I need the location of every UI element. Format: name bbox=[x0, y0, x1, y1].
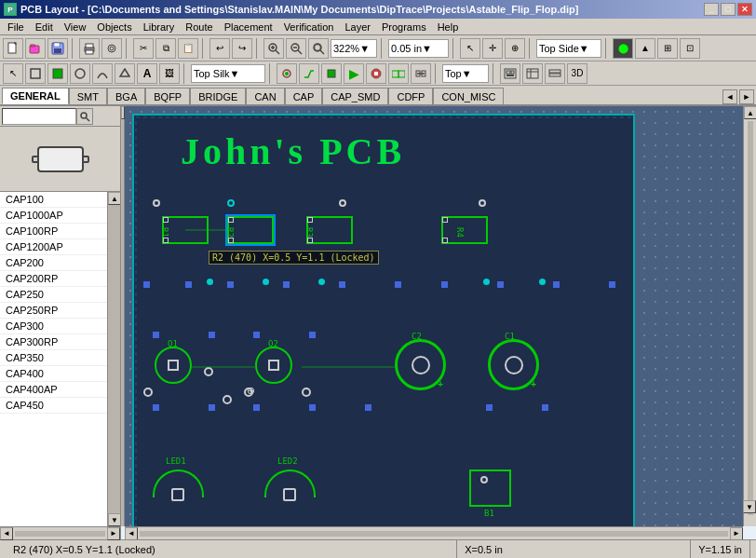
silk-layer-dropdown[interactable]: Top Silk▼ bbox=[191, 64, 265, 83]
print-preview-button[interactable] bbox=[101, 38, 122, 59]
hscroll-right[interactable]: ► bbox=[730, 527, 743, 540]
menu-view[interactable]: View bbox=[59, 20, 92, 34]
maximize-button[interactable]: □ bbox=[721, 3, 736, 16]
canvas-vscrollbar[interactable]: ▲ ▼ bbox=[743, 106, 756, 526]
scroll-up-button[interactable]: ▲ bbox=[108, 192, 120, 205]
tab-con-misc[interactable]: CON_MISC bbox=[433, 88, 504, 104]
list-item[interactable]: CAP400 bbox=[0, 366, 107, 382]
list-item[interactable]: CAP250 bbox=[0, 287, 107, 303]
minimize-button[interactable]: _ bbox=[704, 3, 719, 16]
tab-can[interactable]: CAN bbox=[246, 88, 284, 104]
hscroll-track[interactable] bbox=[140, 531, 728, 537]
save-button[interactable] bbox=[47, 38, 68, 59]
tab-bga[interactable]: BGA bbox=[107, 88, 145, 104]
list-item[interactable]: CAP300 bbox=[0, 319, 107, 334]
tab-bqfp[interactable]: BQFP bbox=[145, 88, 190, 104]
component-search-input[interactable] bbox=[2, 108, 76, 125]
3d-view[interactable]: 3D bbox=[567, 63, 587, 84]
menu-placement[interactable]: Placement bbox=[219, 20, 278, 34]
list-item[interactable]: CAP300RP bbox=[0, 334, 107, 350]
copy-button[interactable]: ⧉ bbox=[155, 38, 176, 59]
top-label-dropdown[interactable]: Top▼ bbox=[442, 64, 489, 83]
tab-general[interactable]: GENERAL bbox=[2, 88, 69, 104]
align-tool[interactable] bbox=[411, 63, 431, 84]
paste-button[interactable]: 📋 bbox=[178, 38, 198, 59]
list-item[interactable]: CAP400AP bbox=[0, 382, 107, 398]
tab-cdfp[interactable]: CDFP bbox=[388, 88, 433, 104]
arc-tool[interactable] bbox=[92, 63, 113, 84]
canvas-hscrollbar[interactable]: ◄ ► bbox=[125, 526, 743, 539]
layer-extra-button[interactable]: ⊡ bbox=[680, 38, 700, 59]
zoom-area-button[interactable] bbox=[308, 38, 329, 59]
route-tool[interactable] bbox=[299, 63, 319, 84]
via-tool[interactable] bbox=[277, 63, 297, 84]
undo-button[interactable]: ↩ bbox=[209, 38, 230, 59]
menu-programs[interactable]: Programs bbox=[376, 20, 432, 34]
component-list-hscrollbar[interactable]: ◄ ► bbox=[0, 526, 120, 539]
print-button[interactable] bbox=[79, 38, 100, 59]
filled-rect-tool[interactable] bbox=[47, 63, 68, 84]
tab-scroll-right[interactable]: ► bbox=[739, 89, 754, 104]
scroll-down-button[interactable]: ▼ bbox=[108, 513, 120, 526]
poly-tool[interactable] bbox=[115, 63, 135, 84]
text-tool[interactable]: A bbox=[137, 63, 157, 84]
redo-button[interactable]: ↪ bbox=[232, 38, 252, 59]
menu-library[interactable]: Library bbox=[138, 20, 181, 34]
list-item[interactable]: CAP200RP bbox=[0, 271, 107, 287]
move-tool[interactable]: ⊕ bbox=[505, 38, 525, 59]
circle-tool[interactable] bbox=[70, 63, 90, 84]
menu-edit[interactable]: Edit bbox=[30, 20, 59, 34]
menu-objects[interactable]: Objects bbox=[91, 20, 137, 34]
pcb-canvas[interactable]: John's PCB R1 bbox=[121, 106, 756, 539]
list-item[interactable]: CAP100 bbox=[0, 192, 107, 208]
zoom-out-button[interactable] bbox=[286, 38, 306, 59]
layer-manager[interactable] bbox=[545, 63, 565, 84]
stop-route[interactable] bbox=[366, 63, 386, 84]
layer-color-button[interactable]: ⬤ bbox=[613, 38, 633, 59]
search-button[interactable] bbox=[76, 108, 93, 125]
zoom-in-button[interactable] bbox=[263, 38, 284, 59]
hscroll-right-button[interactable]: ► bbox=[107, 527, 120, 540]
layer-side-dropdown[interactable]: Top Side▼ bbox=[536, 39, 601, 58]
menu-file[interactable]: File bbox=[2, 20, 30, 34]
open-button[interactable] bbox=[25, 38, 46, 59]
layer-view-button[interactable]: ⊞ bbox=[657, 38, 678, 59]
tab-cap[interactable]: CAP bbox=[285, 88, 323, 104]
list-item[interactable]: CAP1200AP bbox=[0, 239, 107, 255]
zoom-level-dropdown[interactable]: 322%▼ bbox=[331, 39, 377, 58]
snap-dropdown[interactable]: 0.05 in▼ bbox=[388, 39, 449, 58]
new-button[interactable] bbox=[3, 38, 23, 59]
list-item[interactable]: CAP1000AP bbox=[0, 208, 107, 224]
select-tool[interactable]: ↖ bbox=[3, 63, 23, 84]
list-item[interactable]: CAP250RP bbox=[0, 303, 107, 319]
list-item[interactable]: CAP200 bbox=[0, 255, 107, 271]
tab-scroll-left[interactable]: ◄ bbox=[722, 89, 737, 104]
canvas-viewport[interactable]: John's PCB R1 bbox=[125, 106, 743, 526]
pan-tool[interactable]: ✛ bbox=[482, 38, 503, 59]
drc-tool[interactable] bbox=[388, 63, 409, 84]
net-inspector[interactable] bbox=[500, 63, 520, 84]
menu-verification[interactable]: Verification bbox=[278, 20, 340, 34]
vscroll-up[interactable]: ▲ bbox=[744, 106, 756, 119]
rect-tool[interactable] bbox=[25, 63, 46, 84]
menu-layer[interactable]: Layer bbox=[339, 20, 376, 34]
cut-button[interactable]: ✂ bbox=[133, 38, 154, 59]
vscroll-down[interactable]: ▼ bbox=[743, 500, 756, 513]
tab-cap-smd[interactable]: CAP_SMD bbox=[322, 88, 388, 104]
image-tool[interactable]: 🖼 bbox=[159, 63, 180, 84]
menu-route[interactable]: Route bbox=[180, 20, 218, 34]
list-item[interactable]: CAP450 bbox=[0, 398, 107, 414]
close-button[interactable]: ✕ bbox=[737, 3, 752, 16]
list-item[interactable]: CAP100RP bbox=[0, 224, 107, 239]
menu-help[interactable]: Help bbox=[432, 20, 465, 34]
tab-smt[interactable]: SMT bbox=[69, 88, 107, 104]
component-table[interactable] bbox=[522, 63, 543, 84]
pointer-tool[interactable]: ↖ bbox=[460, 38, 480, 59]
hscroll-left[interactable]: ◄ bbox=[125, 527, 138, 540]
start-route[interactable]: ▶ bbox=[344, 63, 364, 84]
component-list-scrollbar[interactable]: ▲ ▼ bbox=[107, 192, 120, 526]
layer-options-button[interactable]: ▲ bbox=[635, 38, 655, 59]
pad-tool[interactable] bbox=[321, 63, 342, 84]
tab-bridge[interactable]: BRIDGE bbox=[190, 88, 246, 104]
list-item[interactable]: CAP350 bbox=[0, 350, 107, 366]
